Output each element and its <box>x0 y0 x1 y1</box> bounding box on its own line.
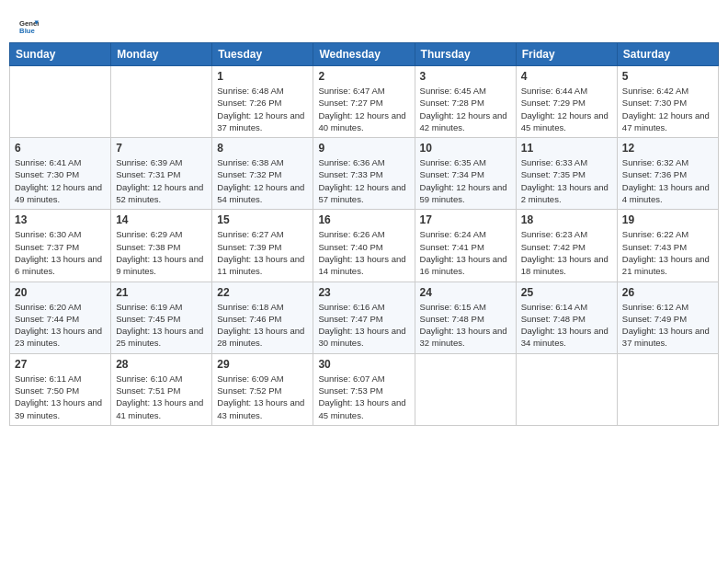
calendar-day-cell: 12Sunrise: 6:32 AM Sunset: 7:36 PM Dayli… <box>617 138 718 210</box>
day-number: 4 <box>521 70 612 83</box>
day-number: 27 <box>15 358 106 371</box>
day-number: 2 <box>318 70 409 83</box>
calendar-day-cell: 9Sunrise: 6:36 AM Sunset: 7:33 PM Daylig… <box>313 138 415 210</box>
weekday-header: Monday <box>111 43 212 66</box>
calendar-day-cell: 2Sunrise: 6:47 AM Sunset: 7:27 PM Daylig… <box>313 66 415 138</box>
logo: General Blue <box>18 17 40 37</box>
day-info: Sunrise: 6:45 AM Sunset: 7:28 PM Dayligh… <box>420 85 511 133</box>
day-info: Sunrise: 6:10 AM Sunset: 7:51 PM Dayligh… <box>116 373 207 421</box>
day-info: Sunrise: 6:07 AM Sunset: 7:53 PM Dayligh… <box>318 373 409 421</box>
day-number: 25 <box>521 286 612 299</box>
calendar-day-cell: 3Sunrise: 6:45 AM Sunset: 7:28 PM Daylig… <box>415 66 516 138</box>
calendar-day-cell: 21Sunrise: 6:19 AM Sunset: 7:45 PM Dayli… <box>111 282 212 353</box>
day-info: Sunrise: 6:16 AM Sunset: 7:47 PM Dayligh… <box>318 301 409 350</box>
day-info: Sunrise: 6:33 AM Sunset: 7:35 PM Dayligh… <box>521 156 612 205</box>
day-info: Sunrise: 6:12 AM Sunset: 7:49 PM Dayligh… <box>622 301 713 350</box>
day-number: 11 <box>521 142 612 155</box>
calendar-day-cell: 20Sunrise: 6:20 AM Sunset: 7:44 PM Dayli… <box>10 282 111 353</box>
calendar-day-cell: 25Sunrise: 6:14 AM Sunset: 7:48 PM Dayli… <box>516 282 617 353</box>
calendar-week-row: 6Sunrise: 6:41 AM Sunset: 7:30 PM Daylig… <box>10 138 719 210</box>
weekday-header: Wednesday <box>313 43 415 66</box>
day-info: Sunrise: 6:29 AM Sunset: 7:38 PM Dayligh… <box>116 228 207 277</box>
day-info: Sunrise: 6:20 AM Sunset: 7:44 PM Dayligh… <box>15 301 106 350</box>
calendar-day-cell: 29Sunrise: 6:09 AM Sunset: 7:52 PM Dayli… <box>212 353 313 425</box>
weekday-header: Saturday <box>617 43 718 66</box>
weekday-header: Thursday <box>415 43 516 66</box>
day-info: Sunrise: 6:23 AM Sunset: 7:42 PM Dayligh… <box>521 228 612 277</box>
day-info: Sunrise: 6:44 AM Sunset: 7:29 PM Dayligh… <box>521 85 612 133</box>
calendar-day-cell: 17Sunrise: 6:24 AM Sunset: 7:41 PM Dayli… <box>415 210 516 282</box>
calendar-header-row: SundayMondayTuesdayWednesdayThursdayFrid… <box>10 43 719 66</box>
calendar-day-cell: 1Sunrise: 6:48 AM Sunset: 7:26 PM Daylig… <box>212 66 313 138</box>
day-info: Sunrise: 6:14 AM Sunset: 7:48 PM Dayligh… <box>521 301 612 350</box>
day-number: 24 <box>420 286 511 299</box>
day-info: Sunrise: 6:35 AM Sunset: 7:34 PM Dayligh… <box>420 156 511 205</box>
day-number: 29 <box>217 358 308 371</box>
day-info: Sunrise: 6:48 AM Sunset: 7:26 PM Dayligh… <box>217 85 308 133</box>
weekday-header: Tuesday <box>212 43 313 66</box>
day-info: Sunrise: 6:47 AM Sunset: 7:27 PM Dayligh… <box>318 85 409 133</box>
day-number: 18 <box>521 213 612 226</box>
day-number: 26 <box>622 286 713 299</box>
calendar-day-cell: 16Sunrise: 6:26 AM Sunset: 7:40 PM Dayli… <box>313 210 415 282</box>
calendar-day-cell: 7Sunrise: 6:39 AM Sunset: 7:31 PM Daylig… <box>111 138 212 210</box>
calendar-day-cell: 10Sunrise: 6:35 AM Sunset: 7:34 PM Dayli… <box>415 138 516 210</box>
calendar-day-cell: 5Sunrise: 6:42 AM Sunset: 7:30 PM Daylig… <box>617 66 718 138</box>
day-info: Sunrise: 6:15 AM Sunset: 7:48 PM Dayligh… <box>420 301 511 350</box>
day-number: 13 <box>15 213 106 226</box>
day-info: Sunrise: 6:11 AM Sunset: 7:50 PM Dayligh… <box>15 373 106 421</box>
calendar-week-row: 20Sunrise: 6:20 AM Sunset: 7:44 PM Dayli… <box>10 282 719 353</box>
day-number: 20 <box>15 286 106 299</box>
day-info: Sunrise: 6:09 AM Sunset: 7:52 PM Dayligh… <box>217 373 308 421</box>
day-number: 7 <box>116 142 207 155</box>
day-info: Sunrise: 6:27 AM Sunset: 7:39 PM Dayligh… <box>217 228 308 277</box>
day-number: 22 <box>217 286 308 299</box>
day-number: 28 <box>116 358 207 371</box>
day-number: 17 <box>420 213 511 226</box>
page-header: General Blue <box>9 9 719 42</box>
calendar-day-cell: 13Sunrise: 6:30 AM Sunset: 7:37 PM Dayli… <box>10 210 111 282</box>
calendar-day-cell: 18Sunrise: 6:23 AM Sunset: 7:42 PM Dayli… <box>516 210 617 282</box>
calendar-day-cell <box>10 66 111 138</box>
day-number: 3 <box>420 70 511 83</box>
calendar-day-cell: 30Sunrise: 6:07 AM Sunset: 7:53 PM Dayli… <box>313 353 415 425</box>
day-number: 9 <box>318 142 409 155</box>
calendar-week-row: 27Sunrise: 6:11 AM Sunset: 7:50 PM Dayli… <box>10 353 719 425</box>
day-number: 8 <box>217 142 308 155</box>
calendar-day-cell: 26Sunrise: 6:12 AM Sunset: 7:49 PM Dayli… <box>617 282 718 353</box>
calendar-week-row: 1Sunrise: 6:48 AM Sunset: 7:26 PM Daylig… <box>10 66 719 138</box>
calendar-day-cell: 27Sunrise: 6:11 AM Sunset: 7:50 PM Dayli… <box>10 353 111 425</box>
day-info: Sunrise: 6:22 AM Sunset: 7:43 PM Dayligh… <box>622 228 713 277</box>
day-number: 23 <box>318 286 409 299</box>
day-info: Sunrise: 6:38 AM Sunset: 7:32 PM Dayligh… <box>217 156 308 205</box>
calendar-day-cell: 14Sunrise: 6:29 AM Sunset: 7:38 PM Dayli… <box>111 210 212 282</box>
weekday-header: Friday <box>516 43 617 66</box>
day-info: Sunrise: 6:24 AM Sunset: 7:41 PM Dayligh… <box>420 228 511 277</box>
calendar-day-cell <box>415 353 516 425</box>
calendar-day-cell: 28Sunrise: 6:10 AM Sunset: 7:51 PM Dayli… <box>111 353 212 425</box>
weekday-header: Sunday <box>10 43 111 66</box>
calendar-day-cell <box>516 353 617 425</box>
day-number: 15 <box>217 213 308 226</box>
calendar-week-row: 13Sunrise: 6:30 AM Sunset: 7:37 PM Dayli… <box>10 210 719 282</box>
calendar-day-cell: 19Sunrise: 6:22 AM Sunset: 7:43 PM Dayli… <box>617 210 718 282</box>
day-number: 10 <box>420 142 511 155</box>
day-number: 14 <box>116 213 207 226</box>
day-number: 12 <box>622 142 713 155</box>
day-info: Sunrise: 6:19 AM Sunset: 7:45 PM Dayligh… <box>116 301 207 350</box>
calendar-day-cell: 15Sunrise: 6:27 AM Sunset: 7:39 PM Dayli… <box>212 210 313 282</box>
day-info: Sunrise: 6:42 AM Sunset: 7:30 PM Dayligh… <box>622 85 713 133</box>
day-info: Sunrise: 6:26 AM Sunset: 7:40 PM Dayligh… <box>318 228 409 277</box>
day-info: Sunrise: 6:32 AM Sunset: 7:36 PM Dayligh… <box>622 156 713 205</box>
calendar-table: SundayMondayTuesdayWednesdayThursdayFrid… <box>9 42 719 426</box>
day-number: 5 <box>622 70 713 83</box>
svg-text:Blue: Blue <box>19 27 35 35</box>
calendar-day-cell: 22Sunrise: 6:18 AM Sunset: 7:46 PM Dayli… <box>212 282 313 353</box>
day-number: 30 <box>318 358 409 371</box>
logo-icon: General Blue <box>18 17 39 37</box>
day-info: Sunrise: 6:18 AM Sunset: 7:46 PM Dayligh… <box>217 301 308 350</box>
day-number: 6 <box>15 142 106 155</box>
day-info: Sunrise: 6:36 AM Sunset: 7:33 PM Dayligh… <box>318 156 409 205</box>
calendar-day-cell: 23Sunrise: 6:16 AM Sunset: 7:47 PM Dayli… <box>313 282 415 353</box>
calendar-day-cell: 11Sunrise: 6:33 AM Sunset: 7:35 PM Dayli… <box>516 138 617 210</box>
